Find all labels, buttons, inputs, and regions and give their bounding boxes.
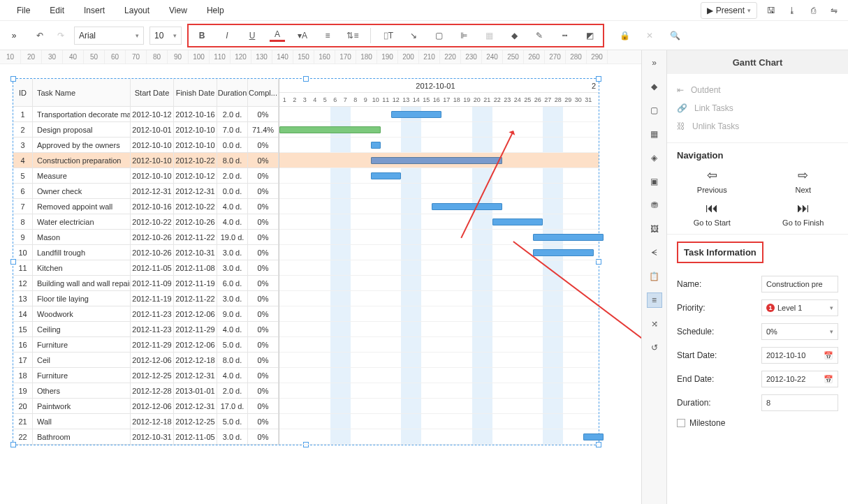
- gantt-bar[interactable]: [391, 111, 442, 118]
- present-button[interactable]: ▶ Present ▾: [701, 2, 757, 19]
- align-objects-button[interactable]: ⊫: [456, 28, 471, 43]
- ti-priority-select[interactable]: 1Level 1▾: [761, 299, 838, 316]
- task-row[interactable]: 3Approved by the owners2012-10-102012-10…: [13, 138, 279, 153]
- resize-handle-sw[interactable]: [10, 442, 16, 447]
- line-style-button[interactable]: ┅: [557, 28, 572, 43]
- timeline-row[interactable]: [279, 230, 599, 245]
- task-row[interactable]: 15Ceiling2012-11-232012-11-294.0 d.0%: [13, 322, 279, 337]
- task-row[interactable]: 14Woodwork2012-11-232012-12-069.0 d.0%: [13, 306, 279, 322]
- task-row[interactable]: 7Removed appoint wall2012-10-162012-10-2…: [13, 199, 279, 214]
- grid-icon[interactable]: ▦: [648, 127, 661, 141]
- gantt-chart-object[interactable]: ID Task Name Start Date Finish Date Dura…: [13, 78, 599, 445]
- orgchart-icon[interactable]: ᗕ: [648, 246, 661, 260]
- gantt-bar[interactable]: [279, 126, 381, 133]
- task-row[interactable]: 6Owner check2012-12-312012-12-310.0 d.0%: [13, 184, 279, 199]
- task-row[interactable]: 4Construction preparation2012-10-102012-…: [13, 153, 279, 168]
- gantt-panel-icon[interactable]: ≡: [648, 293, 661, 307]
- ti-schedule-input[interactable]: 0%▾: [761, 323, 838, 340]
- task-row[interactable]: 22Bathroom2012-10-312012-11-053.0 d.0%: [13, 429, 279, 445]
- task-row[interactable]: 10Landfill trough2012-10-262012-10-313.0…: [13, 245, 279, 260]
- task-row[interactable]: 17Ceil2012-12-062012-12-188.0 d.0%: [13, 353, 279, 368]
- nav-gostart-button[interactable]: ⏮Go to Start: [677, 201, 747, 227]
- task-row[interactable]: 9Mason2012-10-262012-11-2219.0 d.0%: [13, 230, 279, 245]
- timeline-row[interactable]: [279, 383, 599, 399]
- col-header-id[interactable]: ID: [13, 79, 33, 106]
- undo-button[interactable]: ↶: [32, 28, 47, 43]
- col-header-completion[interactable]: Compl...: [248, 79, 279, 106]
- gantt-bar[interactable]: [583, 433, 604, 440]
- menu-insert[interactable]: Insert: [74, 1, 115, 20]
- textbox-button[interactable]: ⌷T: [381, 28, 396, 43]
- search-button[interactable]: 🔍: [667, 28, 682, 43]
- timeline-row[interactable]: [279, 153, 599, 168]
- col-header-start[interactable]: Start Date: [131, 79, 174, 106]
- gantt-bar[interactable]: [533, 234, 604, 241]
- col-header-duration[interactable]: Duration: [217, 79, 248, 106]
- group-button[interactable]: ▦: [481, 28, 497, 43]
- timeline-row[interactable]: [279, 107, 599, 122]
- share-icon[interactable]: ⇋: [827, 3, 841, 17]
- theme-icon[interactable]: ◆: [648, 80, 661, 94]
- timeline-row[interactable]: [279, 245, 599, 260]
- menu-view[interactable]: View: [159, 1, 197, 20]
- download-icon[interactable]: ⭳: [785, 3, 799, 17]
- line-button[interactable]: ✎: [532, 28, 547, 43]
- gantt-bar[interactable]: [371, 172, 402, 179]
- col-header-finish[interactable]: Finish Date: [174, 79, 217, 106]
- timeline-row[interactable]: [279, 353, 599, 368]
- task-row[interactable]: 8Water electrician2012-10-222012-10-264.…: [13, 214, 279, 230]
- timeline-row[interactable]: [279, 322, 599, 337]
- save-icon[interactable]: 🖫: [764, 3, 778, 17]
- image-button[interactable]: ▢: [431, 28, 446, 43]
- lock-button[interactable]: 🔒: [617, 28, 632, 43]
- gantt-bar[interactable]: [533, 249, 594, 256]
- menu-file[interactable]: File: [7, 1, 40, 20]
- task-row[interactable]: 19Others2012-12-282013-01-012.0 d.0%: [13, 383, 279, 399]
- timeline-row[interactable]: [279, 429, 599, 445]
- menu-layout[interactable]: Layout: [115, 1, 159, 20]
- clipboard-icon[interactable]: 📋: [648, 269, 661, 283]
- align-button[interactable]: ≡: [320, 28, 335, 43]
- timeline-row[interactable]: [279, 122, 599, 138]
- gantt-bar[interactable]: [371, 157, 503, 164]
- nav-gofinish-button[interactable]: ⏭Go to Finish: [768, 201, 839, 227]
- link-tasks-button[interactable]: 🔗Link Tasks: [677, 99, 838, 117]
- font-selector[interactable]: Arial▾: [74, 27, 144, 45]
- underline-button[interactable]: U: [244, 28, 260, 43]
- resize-handle-w[interactable]: [10, 259, 16, 265]
- ti-startdate-input[interactable]: 2012-10-10📅: [761, 347, 838, 364]
- timeline-row[interactable]: [279, 168, 599, 184]
- menu-help[interactable]: Help: [197, 1, 234, 20]
- text-color-button[interactable]: A: [270, 29, 285, 42]
- ti-enddate-input[interactable]: 2012-10-22📅: [761, 371, 838, 387]
- nav-previous-button[interactable]: ⇦Previous: [677, 168, 747, 194]
- timeline-row[interactable]: [279, 306, 599, 322]
- fontsize-selector[interactable]: 10▾: [149, 27, 182, 45]
- timeline-row[interactable]: [279, 291, 599, 306]
- timeline-row[interactable]: [279, 199, 599, 214]
- connector-button[interactable]: ↘: [406, 28, 421, 43]
- line-spacing-button[interactable]: ⇅≡: [345, 28, 360, 43]
- menu-edit[interactable]: Edit: [40, 1, 74, 20]
- gantt-bar[interactable]: [492, 218, 543, 225]
- gantt-bar[interactable]: [432, 203, 503, 210]
- fill-button[interactable]: ◆: [506, 28, 522, 43]
- data-icon[interactable]: ⛃: [648, 198, 661, 212]
- timeline-row[interactable]: [279, 368, 599, 383]
- history-icon[interactable]: ↺: [648, 341, 661, 355]
- timeline-row[interactable]: [279, 337, 599, 353]
- ti-milestone-checkbox[interactable]: Milestone: [677, 418, 838, 428]
- timeline-row[interactable]: [279, 276, 599, 291]
- page-icon[interactable]: ▢: [648, 103, 661, 117]
- task-row[interactable]: 16Furniture2012-11-292012-12-065.0 d.0%: [13, 337, 279, 353]
- presentation-icon[interactable]: ▣: [648, 175, 661, 188]
- print-icon[interactable]: ⎙: [806, 3, 820, 17]
- expand-toolbar-icon[interactable]: »: [6, 27, 22, 44]
- image-icon[interactable]: 🖼: [648, 222, 661, 236]
- col-header-name[interactable]: Task Name: [33, 79, 131, 106]
- task-row[interactable]: 21Wall2012-12-182012-12-255.0 d.0%: [13, 414, 279, 429]
- timeline-row[interactable]: [279, 260, 599, 276]
- task-row[interactable]: 5Measure2012-10-102012-10-122.0 d.0%: [13, 168, 279, 184]
- timeline-row[interactable]: [279, 184, 599, 199]
- outdent-button[interactable]: ⇤Outdent: [677, 81, 838, 99]
